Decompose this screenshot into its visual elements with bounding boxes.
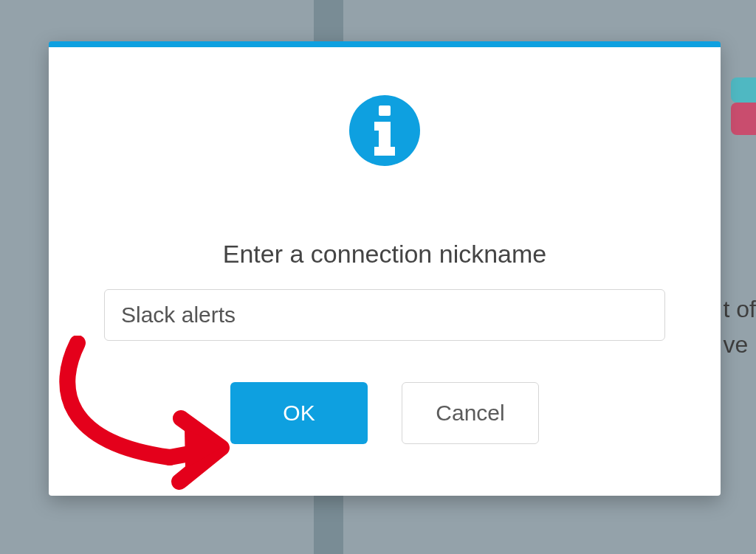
background-partial-text: t of ve <box>724 291 756 362</box>
ok-button[interactable]: OK <box>230 382 368 444</box>
background-badge-teal <box>731 77 756 103</box>
dialog-title: Enter a connection nickname <box>223 240 546 269</box>
cancel-button[interactable]: Cancel <box>402 382 539 444</box>
dialog-button-row: OK Cancel <box>230 382 539 444</box>
nickname-input-wrap <box>104 289 665 341</box>
nickname-dialog: Enter a connection nickname OK Cancel <box>49 41 721 496</box>
svg-rect-0 <box>379 105 391 116</box>
nickname-input[interactable] <box>104 289 665 341</box>
background-badge-pink <box>731 103 756 135</box>
info-icon <box>349 95 420 166</box>
